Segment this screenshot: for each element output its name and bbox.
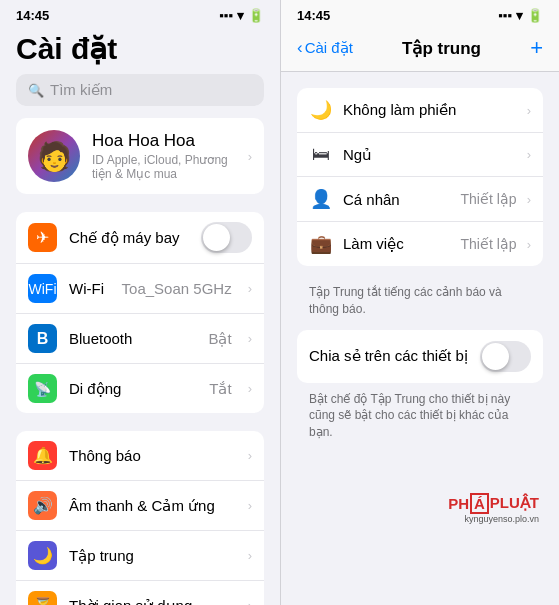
watermark-url: kynguyenso.plo.vn bbox=[464, 514, 539, 524]
list-item[interactable]: 🔊 Âm thanh & Cảm ứng › bbox=[16, 481, 264, 531]
item-label: Âm thanh & Cảm ứng bbox=[69, 497, 236, 515]
search-bar[interactable]: 🔍 Tìm kiếm bbox=[16, 74, 264, 106]
profile-name: Hoa Hoa Hoa bbox=[92, 131, 236, 151]
status-icons-left: ▪▪▪ ▾ 🔋 bbox=[219, 8, 264, 23]
work-value: Thiết lập bbox=[461, 236, 517, 252]
notification-icon: 🔔 bbox=[28, 441, 57, 470]
watermark-brand: PH Á PLUẬT bbox=[448, 493, 539, 514]
profile-section[interactable]: 🧑 Hoa Hoa Hoa ID Apple, iCloud, Phương t… bbox=[16, 118, 264, 194]
sound-icon: 🔊 bbox=[28, 491, 57, 520]
settings-section-1: ✈ Chế độ máy bay WiFi Wi-Fi Toa_Soan 5GH… bbox=[16, 212, 264, 413]
wifi-icon-right: ▾ bbox=[516, 8, 523, 23]
item-label: Ngủ bbox=[343, 146, 517, 164]
item-label: Bluetooth bbox=[69, 330, 196, 347]
airplane-toggle[interactable] bbox=[201, 222, 252, 253]
watermark: PH Á PLUẬT kynguyenso.plo.vn bbox=[297, 493, 543, 524]
item-label: Di động bbox=[69, 380, 197, 398]
wifi-icon: WiFi bbox=[28, 274, 57, 303]
battery-icon: 🔋 bbox=[248, 8, 264, 23]
list-item[interactable]: 🔔 Thông báo › bbox=[16, 431, 264, 481]
personal-value: Thiết lập bbox=[461, 191, 517, 207]
settings-list: 🧑 Hoa Hoa Hoa ID Apple, iCloud, Phương t… bbox=[0, 118, 280, 605]
item-label: Thời gian sử dụng bbox=[69, 597, 236, 606]
bluetooth-icon: B bbox=[28, 324, 57, 353]
focus-icon: 🌙 bbox=[28, 541, 57, 570]
share-item[interactable]: Chia sẻ trên các thiết bị bbox=[297, 330, 543, 383]
back-label: Cài đặt bbox=[305, 39, 353, 57]
search-placeholder: Tìm kiếm bbox=[50, 81, 112, 99]
profile-info: Hoa Hoa Hoa ID Apple, iCloud, Phương tiệ… bbox=[92, 131, 236, 181]
list-item[interactable]: ✈ Chế độ máy bay bbox=[16, 212, 264, 264]
page-title: Cài đặt bbox=[0, 27, 280, 74]
list-item[interactable]: 🌙 Không làm phiền › bbox=[297, 88, 543, 133]
list-item[interactable]: WiFi Wi-Fi Toa_Soan 5GHz › bbox=[16, 264, 264, 314]
sound-chevron: › bbox=[248, 498, 252, 513]
sleep-icon: 🛏 bbox=[309, 144, 333, 165]
share-toggle[interactable] bbox=[480, 341, 531, 372]
search-icon: 🔍 bbox=[28, 83, 44, 98]
item-label: Làm việc bbox=[343, 235, 451, 253]
screentime-icon: ⏳ bbox=[28, 591, 57, 605]
personal-chevron: › bbox=[527, 192, 531, 207]
signal-icon-right: ▪▪▪ bbox=[498, 8, 512, 23]
item-label: Cá nhân bbox=[343, 191, 451, 208]
share-section: Chia sẻ trên các thiết bị bbox=[297, 330, 543, 383]
right-content: 🌙 Không làm phiền › 🛏 Ngủ › 👤 Cá nhân Th… bbox=[281, 72, 559, 605]
status-bar-right: 14:45 ▪▪▪ ▾ 🔋 bbox=[281, 0, 559, 27]
right-header: ‹ Cài đặt Tập trung + bbox=[281, 27, 559, 72]
work-icon: 💼 bbox=[309, 233, 333, 255]
settings-section-2: 🔔 Thông báo › 🔊 Âm thanh & Cảm ứng › 🌙 T… bbox=[16, 431, 264, 605]
battery-icon-right: 🔋 bbox=[527, 8, 543, 23]
list-item[interactable]: B Bluetooth Bật › bbox=[16, 314, 264, 364]
item-label: Không làm phiền bbox=[343, 101, 517, 119]
status-icons-right: ▪▪▪ ▾ 🔋 bbox=[498, 8, 543, 23]
watermark-rest: PLUẬT bbox=[490, 494, 539, 512]
time-left: 14:45 bbox=[16, 8, 49, 23]
item-label: Wi-Fi bbox=[69, 280, 110, 297]
list-item[interactable]: 👤 Cá nhân Thiết lập › bbox=[297, 177, 543, 222]
item-label: Tập trung bbox=[69, 547, 236, 565]
wifi-status-icon: ▾ bbox=[237, 8, 244, 23]
mobile-chevron: › bbox=[248, 381, 252, 396]
right-panel: 14:45 ▪▪▪ ▾ 🔋 ‹ Cài đặt Tập trung + 🌙 Kh… bbox=[280, 0, 559, 605]
add-button[interactable]: + bbox=[530, 35, 543, 61]
personal-icon: 👤 bbox=[309, 188, 333, 210]
focus-items-section: 🌙 Không làm phiền › 🛏 Ngủ › 👤 Cá nhân Th… bbox=[297, 88, 543, 266]
list-item[interactable]: 🌙 Tập trung › bbox=[16, 531, 264, 581]
wifi-chevron: › bbox=[248, 281, 252, 296]
profile-subtitle: ID Apple, iCloud, Phương tiện & Mục mua bbox=[92, 153, 236, 181]
left-panel: 14:45 ▪▪▪ ▾ 🔋 Cài đặt 🔍 Tìm kiếm 🧑 Hoa H… bbox=[0, 0, 280, 605]
avatar: 🧑 bbox=[28, 130, 80, 182]
list-item[interactable]: 🛏 Ngủ › bbox=[297, 133, 543, 177]
list-item[interactable]: 💼 Làm việc Thiết lập › bbox=[297, 222, 543, 266]
status-bar-left: 14:45 ▪▪▪ ▾ 🔋 bbox=[0, 0, 280, 27]
airplane-icon: ✈ bbox=[28, 223, 57, 252]
time-right: 14:45 bbox=[297, 8, 330, 23]
share-label: Chia sẻ trên các thiết bị bbox=[309, 347, 470, 365]
right-page-title: Tập trung bbox=[402, 38, 481, 59]
do-not-disturb-chevron: › bbox=[527, 103, 531, 118]
bluetooth-value: Bật bbox=[208, 330, 231, 348]
profile-chevron: › bbox=[248, 149, 252, 164]
notification-chevron: › bbox=[248, 448, 252, 463]
back-button[interactable]: ‹ Cài đặt bbox=[297, 38, 353, 58]
signal-icon: ▪▪▪ bbox=[219, 8, 233, 23]
item-label: Thông báo bbox=[69, 447, 236, 464]
focus-chevron: › bbox=[248, 548, 252, 563]
bluetooth-chevron: › bbox=[248, 331, 252, 346]
mobile-value: Tắt bbox=[209, 380, 231, 398]
screentime-chevron: › bbox=[248, 598, 252, 605]
focus-section-footer: Tập Trung tắt tiếng các cảnh báo và thôn… bbox=[297, 278, 543, 330]
sleep-chevron: › bbox=[527, 147, 531, 162]
mobile-icon: 📡 bbox=[28, 374, 57, 403]
share-footer: Bật chế độ Tập Trung cho thiết bị này cũ… bbox=[297, 391, 543, 453]
item-label: Chế độ máy bay bbox=[69, 229, 189, 247]
wifi-value: Toa_Soan 5GHz bbox=[122, 280, 232, 297]
do-not-disturb-icon: 🌙 bbox=[309, 99, 333, 121]
watermark-a: Á bbox=[470, 493, 489, 514]
watermark-logo: PH bbox=[448, 495, 469, 512]
back-chevron-icon: ‹ bbox=[297, 38, 303, 58]
list-item[interactable]: 📡 Di động Tắt › bbox=[16, 364, 264, 413]
work-chevron: › bbox=[527, 237, 531, 252]
list-item[interactable]: ⏳ Thời gian sử dụng › bbox=[16, 581, 264, 605]
